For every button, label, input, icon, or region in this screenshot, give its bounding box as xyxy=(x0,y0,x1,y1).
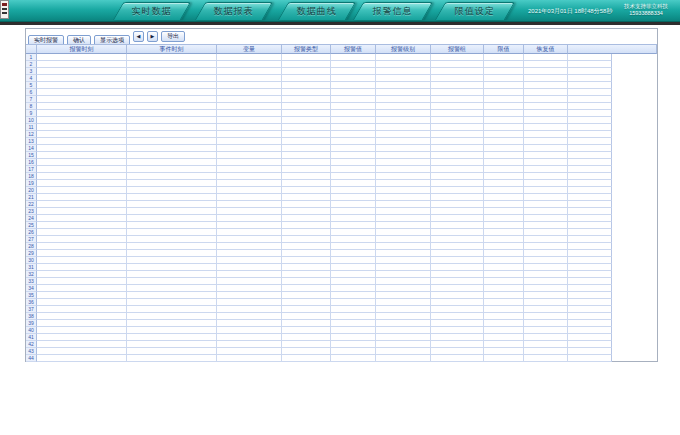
table-cell xyxy=(431,75,484,82)
table-cell xyxy=(127,278,217,285)
table-cell xyxy=(568,278,612,285)
table-row[interactable]: 39 xyxy=(26,320,657,327)
table-row[interactable]: 10 xyxy=(26,117,657,124)
table-row[interactable]: 12 xyxy=(26,131,657,138)
table-row[interactable]: 36 xyxy=(26,299,657,306)
table-row[interactable]: 15 xyxy=(26,152,657,159)
table-cell xyxy=(331,187,376,194)
table-cell xyxy=(282,89,331,96)
table-cell xyxy=(217,215,282,222)
row-number-cell: 1 xyxy=(26,54,37,61)
table-cell xyxy=(484,341,524,348)
row-number-cell: 39 xyxy=(26,320,37,327)
table-row[interactable]: 4 xyxy=(26,75,657,82)
table-cell xyxy=(484,194,524,201)
table-row[interactable]: 33 xyxy=(26,278,657,285)
table-cell xyxy=(431,243,484,250)
row-number-cell: 35 xyxy=(26,292,37,299)
table-cell xyxy=(431,173,484,180)
table-row[interactable]: 3 xyxy=(26,68,657,75)
table-cell xyxy=(217,208,282,215)
table-row[interactable]: 5 xyxy=(26,82,657,89)
table-cell xyxy=(217,285,282,292)
table-row[interactable]: 30 xyxy=(26,257,657,264)
table-cell xyxy=(376,348,431,355)
table-cell xyxy=(431,208,484,215)
table-row[interactable]: 13 xyxy=(26,138,657,145)
table-cell xyxy=(127,320,217,327)
table-cell xyxy=(217,145,282,152)
table-row[interactable]: 28 xyxy=(26,243,657,250)
table-row[interactable]: 42 xyxy=(26,341,657,348)
table-cell xyxy=(37,285,127,292)
next-page-button[interactable]: ▶ xyxy=(147,31,158,42)
table-cell xyxy=(331,201,376,208)
table-row[interactable]: 26 xyxy=(26,229,657,236)
table-cell xyxy=(217,348,282,355)
table-cell xyxy=(376,215,431,222)
table-cell xyxy=(568,61,612,68)
table-cell xyxy=(376,117,431,124)
table-cell xyxy=(127,138,217,145)
table-row[interactable]: 37 xyxy=(26,306,657,313)
nav-tab-1[interactable]: 实时数据 xyxy=(113,2,191,20)
table-row[interactable]: 18 xyxy=(26,173,657,180)
table-row[interactable]: 21 xyxy=(26,194,657,201)
table-cell xyxy=(431,54,484,61)
table-row[interactable]: 43 xyxy=(26,348,657,355)
table-row[interactable]: 20 xyxy=(26,187,657,194)
table-row[interactable]: 11 xyxy=(26,124,657,131)
table-cell xyxy=(376,201,431,208)
table-cell xyxy=(37,215,127,222)
table-row[interactable]: 38 xyxy=(26,313,657,320)
table-cell xyxy=(282,103,331,110)
nav-tab-4[interactable]: 报警信息 xyxy=(353,2,433,20)
table-row[interactable]: 24 xyxy=(26,215,657,222)
table-cell xyxy=(524,348,568,355)
table-row[interactable]: 31 xyxy=(26,264,657,271)
table-cell xyxy=(331,306,376,313)
table-row[interactable]: 17 xyxy=(26,166,657,173)
table-cell xyxy=(37,54,127,61)
table-row[interactable]: 8 xyxy=(26,103,657,110)
export-button[interactable]: 导出 xyxy=(161,31,185,42)
table-cell xyxy=(282,299,331,306)
table-cell xyxy=(37,341,127,348)
table-cell xyxy=(484,166,524,173)
table-cell xyxy=(568,138,612,145)
table-row[interactable]: 7 xyxy=(26,96,657,103)
table-cell xyxy=(484,208,524,215)
table-row[interactable]: 1 xyxy=(26,54,657,61)
table-row[interactable]: 35 xyxy=(26,292,657,299)
table-row[interactable]: 14 xyxy=(26,145,657,152)
table-cell xyxy=(376,341,431,348)
table-row[interactable]: 22 xyxy=(26,201,657,208)
prev-page-button[interactable]: ◀ xyxy=(133,31,144,42)
table-cell xyxy=(484,215,524,222)
table-row[interactable]: 44 xyxy=(26,355,657,362)
table-row[interactable]: 23 xyxy=(26,208,657,215)
nav-tab-2[interactable]: 数据报表 xyxy=(195,2,273,20)
table-cell xyxy=(331,334,376,341)
table-row[interactable]: 16 xyxy=(26,159,657,166)
table-cell xyxy=(376,124,431,131)
table-row[interactable]: 34 xyxy=(26,285,657,292)
table-row[interactable]: 19 xyxy=(26,180,657,187)
table-cell xyxy=(127,180,217,187)
table-row[interactable]: 27 xyxy=(26,236,657,243)
nav-tab-3[interactable]: 数据曲线 xyxy=(278,2,356,20)
table-row[interactable]: 40 xyxy=(26,327,657,334)
table-row[interactable]: 25 xyxy=(26,222,657,229)
table-cell xyxy=(331,61,376,68)
table-cell xyxy=(484,250,524,257)
table-row[interactable]: 2 xyxy=(26,61,657,68)
table-cell xyxy=(331,348,376,355)
table-row[interactable]: 41 xyxy=(26,334,657,341)
table-cell xyxy=(431,229,484,236)
table-row[interactable]: 6 xyxy=(26,89,657,96)
table-row[interactable]: 29 xyxy=(26,250,657,257)
table-row[interactable]: 32 xyxy=(26,271,657,278)
table-row[interactable]: 9 xyxy=(26,110,657,117)
table-cell xyxy=(431,236,484,243)
nav-tab-5[interactable]: 限值设定 xyxy=(435,2,515,20)
